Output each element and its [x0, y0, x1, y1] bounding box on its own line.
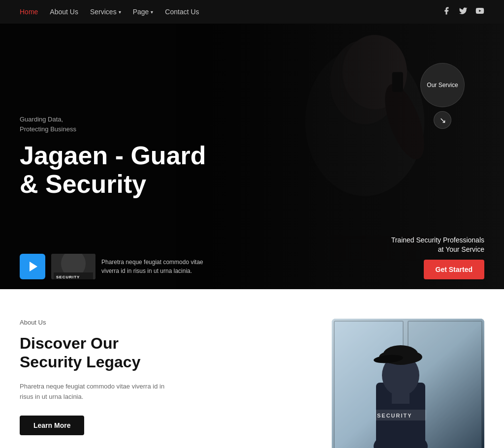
about-left: About Us Discover Our Security Legacy Ph… — [20, 319, 302, 435]
svg-rect-23 — [392, 391, 410, 404]
about-section: About Us Discover Our Security Legacy Ph… — [0, 289, 504, 448]
social-icons — [442, 6, 484, 17]
about-right: SECURITY — [332, 319, 484, 448]
hero-title: Jagaen - Guard & Security — [20, 142, 206, 198]
get-started-button[interactable]: Get Started — [424, 260, 484, 279]
hero-video-area: SECURITY Pharetra neque feugiat commodo … — [20, 254, 210, 279]
nav-page[interactable]: Page ▾ — [133, 8, 154, 16]
page-dropdown-arrow: ▾ — [151, 9, 153, 15]
service-circle: Our Service ↘ — [420, 63, 465, 129]
play-icon — [30, 262, 37, 271]
nav-services[interactable]: Services ▾ — [90, 8, 121, 16]
hero-bottom: SECURITY Pharetra neque feugiat commodo … — [0, 236, 504, 289]
facebook-icon[interactable] — [442, 6, 451, 17]
hero-video-text: Pharetra neque feugiat commodo vitae viv… — [101, 258, 210, 275]
nav-home[interactable]: Home — [20, 8, 38, 16]
youtube-icon[interactable] — [475, 6, 484, 17]
about-title: Discover Our Security Legacy — [20, 334, 302, 372]
svg-text:SECURITY: SECURITY — [56, 275, 80, 279]
navbar: Home About Us Services ▾ Page ▾ Contact … — [0, 0, 504, 24]
about-image: SECURITY — [332, 319, 484, 448]
service-circle-arrow[interactable]: ↘ — [434, 111, 451, 129]
hero-cta-headline: Trained Security Professionals at Your S… — [391, 236, 484, 255]
hero-section: Guarding Data, Protecting Business Jagae… — [0, 24, 504, 289]
nav-contact[interactable]: Contact Us — [165, 8, 199, 16]
nav-links: Home About Us Services ▾ Page ▾ Contact … — [20, 8, 199, 16]
services-dropdown-arrow: ▾ — [119, 9, 121, 15]
hero-cta: Trained Security Professionals at Your S… — [391, 236, 484, 279]
learn-more-button[interactable]: Learn More — [20, 416, 84, 435]
service-circle-button[interactable]: Our Service — [420, 63, 465, 107]
twitter-icon[interactable] — [459, 6, 468, 17]
nav-about[interactable]: About Us — [50, 8, 78, 16]
play-button[interactable] — [20, 254, 45, 279]
hero-subtitle: Guarding Data, Protecting Business — [20, 115, 206, 134]
about-description: Pharetra neque feugiat commodo vitae viv… — [20, 382, 177, 402]
video-thumbnail: SECURITY — [51, 254, 95, 279]
svg-text:SECURITY: SECURITY — [377, 413, 412, 418]
about-section-label: About Us — [20, 319, 302, 326]
